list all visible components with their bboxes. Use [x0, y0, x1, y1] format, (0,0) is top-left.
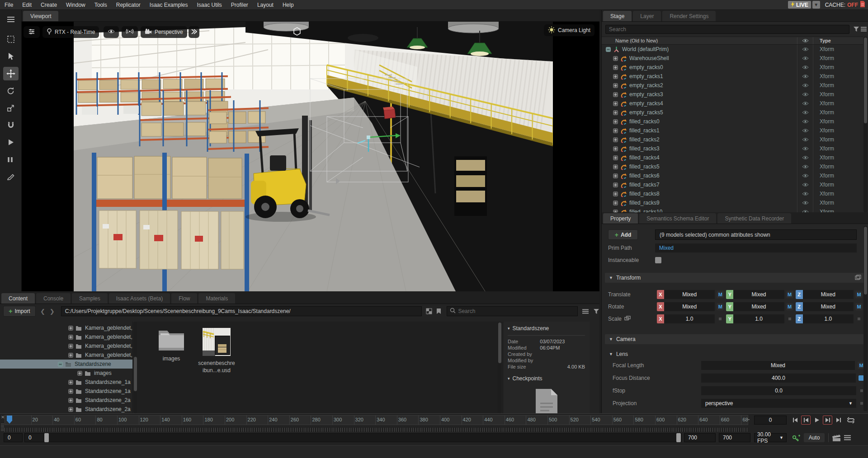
focus-distance-field[interactable]: 400.0: [701, 374, 856, 383]
y-value-field[interactable]: 1.0: [733, 314, 784, 323]
tab-synthetic-data-recorder[interactable]: Synthetic Data Recorder: [717, 213, 791, 224]
instanceable-checkbox[interactable]: [655, 257, 661, 263]
camera-section-header[interactable]: ▼ Camera: [604, 334, 866, 345]
timeline-tickstrip[interactable]: [5, 428, 748, 432]
key-icon[interactable]: [792, 434, 801, 443]
transform-section-header[interactable]: ▼ Transform: [604, 272, 866, 283]
start-frame-field[interactable]: 0: [4, 433, 23, 442]
jump-to-end-button[interactable]: [823, 416, 832, 425]
stage-search-input[interactable]: [605, 25, 849, 34]
expand-icon[interactable]: [68, 379, 73, 385]
projection-field[interactable]: perspective▼: [701, 399, 856, 408]
play-button[interactable]: [812, 416, 821, 425]
checkpoints-header[interactable]: ▾ Checkpoints: [508, 375, 590, 382]
play-tool-icon[interactable]: [3, 136, 19, 149]
tab-layer[interactable]: Layer: [633, 11, 661, 21]
menu-file[interactable]: File: [0, 0, 18, 9]
loop-button[interactable]: [845, 416, 856, 425]
list-view-icon[interactable]: [582, 308, 589, 314]
menu-tool-icon[interactable]: [3, 13, 19, 26]
auto-key-button[interactable]: Auto: [804, 433, 825, 442]
range-end-handle[interactable]: [676, 433, 681, 442]
y-value-field[interactable]: Mixed: [733, 302, 784, 311]
visibility-eye-icon[interactable]: [797, 45, 813, 54]
visibility-eye-icon[interactable]: [797, 180, 813, 189]
stage-row-empty-racks1[interactable]: empty_racks1Xform: [602, 72, 863, 81]
tab-flow[interactable]: Flow: [171, 293, 197, 304]
visibility-eye-icon[interactable]: [797, 135, 813, 144]
expand-icon[interactable]: [613, 164, 618, 169]
tab-viewport[interactable]: Viewport: [23, 11, 58, 21]
stage-row-empty-racks3[interactable]: empty_racks3Xform: [602, 90, 863, 99]
stage-row-empty-racks2[interactable]: empty_racks2Xform: [602, 81, 863, 90]
playhead[interactable]: [7, 416, 12, 424]
folder-tree-item-standardszene-2a[interactable]: Standardszene_2a: [0, 405, 132, 413]
stage-row-filled-racks7[interactable]: filled_racks7Xform: [602, 180, 863, 189]
camera-menu-button[interactable]: Perspective: [141, 26, 187, 38]
viewport-settings-button[interactable]: [24, 26, 40, 38]
lens-section-header[interactable]: ▼ Lens: [609, 351, 868, 357]
visibility-eye-icon[interactable]: [797, 189, 813, 198]
loop-start-field[interactable]: 0: [24, 433, 44, 442]
x-value-field[interactable]: Mixed: [664, 302, 715, 311]
tab-render-settings[interactable]: Render Settings: [662, 11, 716, 21]
stage-row-empty-racks5[interactable]: empty_racks5Xform: [602, 108, 863, 117]
cache-status[interactable]: CACHE: OFF: [825, 1, 865, 9]
x-value-field[interactable]: Mixed: [664, 290, 715, 299]
tab-stage[interactable]: Stage: [603, 11, 632, 21]
add-button[interactable]: + Add: [608, 229, 638, 240]
toolbar-expand-button[interactable]: [189, 26, 199, 38]
files-scrollbar[interactable]: [498, 322, 502, 413]
expand-icon[interactable]: [68, 334, 73, 340]
visibility-eye-icon[interactable]: [797, 81, 813, 90]
menu-isaac-utils[interactable]: Isaac Utils: [193, 0, 226, 9]
expand-icon[interactable]: [613, 74, 618, 79]
stage-row-empty-racks0[interactable]: empty_racks0Xform: [602, 63, 863, 72]
step-back-button[interactable]: [790, 416, 800, 425]
path-field[interactable]: C:/Users/Projektgruppe/Desktop/Scenes/Sc…: [61, 306, 422, 316]
z-value-field[interactable]: Mixed: [803, 290, 854, 299]
stop-tool-icon[interactable]: [3, 153, 19, 166]
tab-samples[interactable]: Samples: [72, 293, 108, 304]
folder-tree-item-kamera-geblendet[interactable]: Kamera_geblendet,: [0, 323, 132, 332]
expand-icon[interactable]: [613, 209, 618, 212]
expand-icon[interactable]: [613, 101, 618, 106]
expand-icon[interactable]: [613, 200, 618, 206]
visibility-eye-icon[interactable]: [797, 117, 813, 126]
stage-row-filled-racks1[interactable]: filled_racks1Xform: [602, 126, 863, 135]
audio-button[interactable]: [122, 26, 138, 38]
renderer-button[interactable]: RTX - Real-Time: [42, 26, 99, 38]
visibility-eye-icon[interactable]: [797, 54, 813, 63]
multi-value-badge[interactable]: M: [717, 291, 724, 298]
multi-value-badge[interactable]: M: [855, 291, 863, 298]
expand-icon[interactable]: [613, 119, 618, 124]
visibility-eye-icon[interactable]: [797, 90, 813, 99]
visibility-eye-icon[interactable]: [797, 153, 813, 162]
menu-create[interactable]: Create: [36, 0, 61, 9]
stage-row-warehouseshell[interactable]: WarehouseShellXform: [602, 54, 863, 63]
import-button[interactable]: + Import: [3, 306, 36, 317]
multi-value-badge[interactable]: M: [786, 291, 793, 298]
timeline-ruler[interactable]: 2040608010012014016018020022024026028030…: [5, 415, 748, 425]
stage-row-filled-racks6[interactable]: filled_racks6Xform: [602, 171, 863, 180]
expand-icon[interactable]: [613, 110, 618, 115]
prim-path-field[interactable]: Mixed: [655, 243, 857, 252]
visibility-menu-button[interactable]: [104, 26, 119, 38]
property-scrollbar[interactable]: [863, 226, 868, 411]
range-start-handle[interactable]: [44, 433, 49, 442]
menu-window[interactable]: Window: [61, 0, 90, 9]
expand-icon[interactable]: [68, 352, 73, 358]
expand-icon[interactable]: [613, 56, 618, 61]
stage-row-world-defaultprim[interactable]: World (defaultPrim)Xform: [602, 45, 863, 54]
filter-icon[interactable]: [593, 308, 599, 314]
tab-property[interactable]: Property: [603, 213, 638, 224]
stage-row-filled-racks10[interactable]: filled_racks10Xform: [602, 207, 863, 212]
live-button[interactable]: LIVE: [788, 1, 811, 9]
fps-dropdown[interactable]: 30.00 FPS▼: [754, 433, 787, 442]
viewport-canvas[interactable]: RTX - Real-Time Perspective Camera Light: [22, 22, 599, 291]
stage-row-filled-racks9[interactable]: filled_racks9Xform: [602, 198, 863, 207]
link-icon[interactable]: [624, 316, 631, 322]
expand-icon[interactable]: [613, 191, 618, 196]
expand-icon[interactable]: [68, 388, 73, 394]
stage-scrollbar[interactable]: [863, 37, 868, 212]
